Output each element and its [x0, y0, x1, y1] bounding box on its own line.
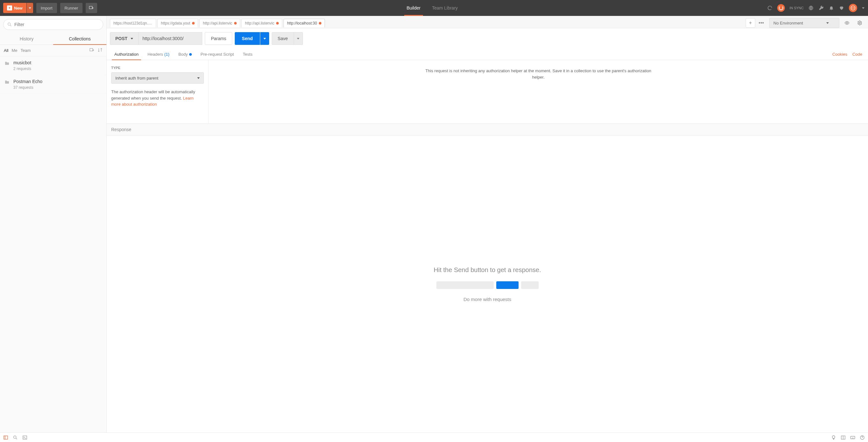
- team-library-tab[interactable]: Team Library: [426, 0, 463, 16]
- authorization-panel: TYPE Inherit auth from parent The author…: [107, 60, 868, 124]
- request-tab[interactable]: https://gdata.yout: [157, 19, 198, 27]
- request-tab[interactable]: https://host123d1qn.clo: [110, 19, 156, 27]
- collection-name: musicbot: [13, 60, 31, 65]
- console-icon[interactable]: [22, 435, 27, 440]
- collections-tab[interactable]: Collections: [53, 33, 106, 44]
- request-tab[interactable]: http://api.listenvic: [242, 19, 282, 27]
- auth-help-body: The authorization header will be automat…: [111, 90, 195, 101]
- sort-icon[interactable]: [97, 47, 102, 54]
- request-tab-label: https://host123d1qn.clo: [114, 21, 153, 26]
- method-value: POST: [115, 36, 127, 41]
- globe-icon[interactable]: [808, 5, 814, 11]
- chevron-down-icon: [29, 7, 31, 9]
- response-body: Hit the Send button to get a response. D…: [107, 136, 868, 433]
- main-body: History Collections All Me Team musicbot…: [0, 16, 868, 433]
- code-link[interactable]: Code: [850, 49, 865, 60]
- capture-icon[interactable]: [767, 5, 773, 11]
- new-button[interactable]: + New: [3, 3, 26, 13]
- import-button[interactable]: Import: [36, 3, 57, 13]
- placeholder-bar: [521, 281, 539, 289]
- response-header: Response: [107, 124, 868, 136]
- svg-rect-11: [850, 436, 855, 439]
- request-tab-label: http://api.listenvic: [245, 21, 274, 26]
- bulb-icon[interactable]: [831, 435, 836, 440]
- tab-authorization[interactable]: Authorization: [110, 49, 143, 60]
- chevron-down-icon: [826, 22, 829, 24]
- builder-tab[interactable]: Builder: [401, 0, 427, 16]
- find-icon[interactable]: [13, 435, 18, 440]
- svg-rect-7: [4, 436, 8, 439]
- request-tab-label: https://gdata.yout: [161, 21, 190, 26]
- tab-headers-count: (1): [164, 52, 169, 57]
- workspace: https://host123d1qn.clo https://gdata.yo…: [107, 16, 868, 433]
- folder-icon: [4, 79, 9, 86]
- status-bar: [0, 433, 868, 442]
- sync-status-icon[interactable]: [777, 4, 785, 12]
- tab-headers[interactable]: Headers (1): [143, 49, 174, 60]
- new-window-button[interactable]: [86, 3, 97, 13]
- send-dropdown[interactable]: [260, 32, 269, 45]
- auth-right: This request is not inheriting any autho…: [209, 60, 868, 124]
- request-tab[interactable]: http://localhost:30: [283, 19, 325, 27]
- help-icon[interactable]: [860, 435, 865, 440]
- url-input[interactable]: [138, 32, 202, 45]
- runner-button[interactable]: Runner: [60, 3, 83, 13]
- bell-icon[interactable]: [829, 5, 834, 11]
- request-tab[interactable]: http://api.listenvic: [199, 19, 240, 27]
- auth-type-value: Inherit auth from parent: [115, 76, 158, 80]
- sidebar-tabs: History Collections: [0, 33, 106, 45]
- tab-tests[interactable]: Tests: [238, 49, 257, 60]
- collections-filter-row: All Me Team: [0, 45, 106, 56]
- plus-icon: +: [7, 5, 12, 10]
- request-tab-label: http://api.listenvic: [203, 21, 232, 26]
- request-subtabs: Authorization Headers (1) Body Pre-reque…: [107, 49, 868, 60]
- avatar-dropdown[interactable]: [862, 5, 865, 11]
- settings-gear-icon[interactable]: [855, 18, 865, 28]
- auth-left: TYPE Inherit auth from parent The author…: [107, 60, 209, 124]
- filter-input[interactable]: [3, 19, 103, 30]
- send-button[interactable]: Send: [235, 32, 259, 45]
- collection-item[interactable]: Postman Echo 37 requests: [0, 75, 106, 94]
- filter-box: [3, 19, 103, 30]
- tab-headers-label: Headers: [148, 52, 163, 57]
- new-collection-icon[interactable]: [89, 47, 94, 54]
- collection-name: Postman Echo: [13, 79, 42, 84]
- svg-rect-0: [90, 6, 92, 9]
- request-tabs: https://host123d1qn.clo https://gdata.yo…: [110, 19, 744, 27]
- header-right-icons: IN SYNC: [767, 4, 865, 12]
- params-button[interactable]: Params: [205, 32, 232, 45]
- history-tab[interactable]: History: [0, 33, 53, 44]
- search-icon: [7, 22, 12, 28]
- filter-team[interactable]: Team: [21, 48, 31, 53]
- request-builder-row: POST Params Send Save: [107, 28, 868, 49]
- avatar-icon: [850, 5, 856, 10]
- svg-point-8: [14, 436, 16, 438]
- tab-prerequest[interactable]: Pre-request Script: [196, 49, 239, 60]
- method-select[interactable]: POST: [110, 32, 138, 45]
- cookies-link[interactable]: Cookies: [830, 49, 850, 60]
- filter-me[interactable]: Me: [11, 48, 17, 53]
- two-pane-icon[interactable]: [841, 435, 846, 440]
- collection-item[interactable]: musicbot 2 requests: [0, 56, 106, 75]
- filter-all[interactable]: All: [4, 48, 8, 53]
- unsaved-dot-icon: [276, 22, 279, 25]
- heart-icon[interactable]: [839, 5, 844, 11]
- sidebar-toggle-icon[interactable]: [3, 435, 8, 440]
- avatar[interactable]: [849, 4, 857, 12]
- save-button[interactable]: Save: [272, 32, 294, 45]
- keyboard-icon[interactable]: [850, 435, 855, 440]
- collection-meta: Postman Echo 37 requests: [13, 79, 42, 90]
- environment-select[interactable]: No Environment: [769, 18, 839, 28]
- center-tabs: Builder Team Library: [97, 0, 767, 16]
- environment-quicklook-icon[interactable]: [842, 18, 852, 28]
- new-dropdown[interactable]: [27, 3, 33, 13]
- wrench-icon[interactable]: [818, 5, 824, 11]
- auth-type-select[interactable]: Inherit auth from parent: [111, 72, 204, 84]
- svg-point-6: [859, 22, 860, 24]
- collection-count: 2 requests: [13, 67, 31, 71]
- tab-overflow-button[interactable]: •••: [756, 18, 766, 28]
- add-tab-button[interactable]: +: [746, 18, 755, 28]
- save-dropdown[interactable]: [294, 32, 303, 45]
- tab-body[interactable]: Body: [174, 49, 196, 60]
- response-empty-hint: Hit the Send button to get a response.: [434, 266, 541, 274]
